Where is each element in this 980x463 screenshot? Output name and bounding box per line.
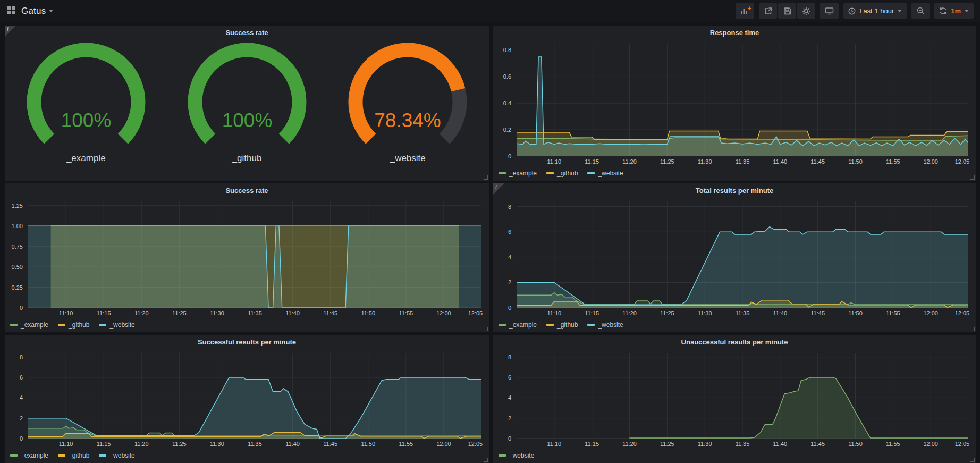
legend-label: _website bbox=[109, 321, 134, 329]
zoom-out-button[interactable] bbox=[911, 3, 930, 19]
y-tick-label: 0.2 bbox=[503, 127, 511, 133]
refresh-icon bbox=[939, 7, 947, 15]
x-axis-labels: 11:1011:1511:2011:2511:3011:3511:4011:45… bbox=[517, 441, 968, 448]
settings-button[interactable] bbox=[797, 3, 815, 19]
gauge-_github: 100%_github bbox=[167, 39, 327, 164]
x-tick-label: 11:15 bbox=[585, 441, 599, 447]
legend-color-dash bbox=[499, 172, 506, 174]
unsuccessful-results-chart: 0246811:1011:1511:2011:2511:3011:3511:40… bbox=[497, 349, 971, 461]
legend-item-_website[interactable]: _website bbox=[587, 321, 623, 329]
y-tick-label: 0 bbox=[508, 435, 511, 442]
y-tick-label: 0.6 bbox=[503, 73, 511, 80]
x-tick-label: 11:10 bbox=[547, 441, 561, 447]
legend-item-_website[interactable]: _website bbox=[499, 452, 534, 459]
zoom-out-icon bbox=[917, 7, 925, 15]
x-tick-label: 12:00 bbox=[923, 158, 938, 165]
refresh-button[interactable]: 1m bbox=[934, 3, 974, 19]
legend-label: _example bbox=[21, 452, 48, 459]
legend-color-dash bbox=[58, 324, 65, 326]
legend-label: _example bbox=[509, 321, 537, 329]
plot-area[interactable] bbox=[517, 201, 968, 308]
legend-color-dash bbox=[546, 172, 554, 174]
legend-item-_github[interactable]: _github bbox=[546, 170, 578, 177]
legend-label: _website bbox=[109, 452, 134, 459]
series-fill-_website bbox=[28, 226, 481, 308]
x-tick-label: 11:15 bbox=[585, 310, 599, 316]
y-tick-label: 0.50 bbox=[12, 264, 23, 270]
plot-area[interactable] bbox=[28, 201, 481, 308]
save-button[interactable] bbox=[778, 3, 796, 19]
x-tick-label: 11:50 bbox=[361, 441, 375, 447]
y-tick-label: 0.8 bbox=[503, 47, 511, 53]
add-panel-button[interactable]: + bbox=[736, 3, 754, 19]
y-tick-label: 2 bbox=[508, 415, 511, 422]
x-tick-label: 11:25 bbox=[172, 310, 187, 316]
panel-title[interactable]: Response time bbox=[493, 26, 976, 39]
plot-area[interactable] bbox=[517, 44, 968, 156]
plot-area[interactable] bbox=[517, 353, 968, 439]
x-tick-label: 11:30 bbox=[210, 310, 224, 316]
legend-item-_example[interactable]: _example bbox=[499, 321, 537, 329]
y-tick-label: 8 bbox=[20, 354, 23, 360]
legend-item-_example[interactable]: _example bbox=[10, 321, 48, 329]
panel-successful-results: Successful results per minute 0246811:10… bbox=[5, 335, 489, 463]
panel-title[interactable]: Success rate bbox=[5, 183, 489, 197]
legend-label: _website bbox=[598, 321, 623, 329]
y-tick-label: 0 bbox=[20, 305, 23, 311]
x-axis-labels: 11:1011:1511:2011:2511:3011:3511:4011:45… bbox=[28, 441, 481, 448]
legend-label: _github bbox=[69, 321, 89, 329]
x-tick-label: 11:35 bbox=[736, 310, 750, 316]
x-tick-label: 11:25 bbox=[172, 441, 187, 447]
legend-item-_github[interactable]: _github bbox=[58, 452, 89, 459]
gauge-value: 78.34% bbox=[375, 110, 442, 131]
x-tick-label: 11:45 bbox=[323, 310, 337, 316]
legend-item-_example[interactable]: _example bbox=[499, 170, 537, 177]
x-tick-label: 11:40 bbox=[773, 158, 787, 165]
x-tick-label: 11:55 bbox=[886, 158, 900, 165]
chart-legend: _website bbox=[499, 451, 534, 460]
y-tick-label: 2 bbox=[20, 415, 23, 422]
top-navbar: Gatus + Last 1 hour bbox=[0, 0, 980, 22]
x-tick-label: 11:30 bbox=[698, 310, 712, 316]
plot-area[interactable] bbox=[28, 353, 481, 439]
x-tick-label: 11:30 bbox=[698, 441, 712, 447]
x-tick-label: 12:00 bbox=[436, 310, 451, 316]
x-tick-label: 11:35 bbox=[248, 441, 262, 447]
legend-item-_website[interactable]: _website bbox=[99, 321, 134, 329]
legend-item-_github[interactable]: _github bbox=[58, 321, 89, 329]
legend-item-_example[interactable]: _example bbox=[10, 452, 48, 459]
tv-mode-button[interactable] bbox=[820, 3, 839, 19]
y-tick-label: 1.25 bbox=[12, 203, 23, 209]
y-tick-label: 0 bbox=[508, 305, 511, 311]
y-tick-label: 4 bbox=[508, 254, 511, 260]
y-tick-label: 0 bbox=[508, 153, 511, 159]
legend-item-_github[interactable]: _github bbox=[546, 321, 578, 329]
x-tick-label: 11:30 bbox=[698, 158, 712, 165]
success-rate-chart: 00.250.500.751.001.2511:1011:1511:2011:2… bbox=[9, 197, 485, 330]
x-tick-label: 11:10 bbox=[547, 310, 561, 316]
legend-label: _example bbox=[509, 170, 537, 177]
x-tick-label: 12:05 bbox=[955, 158, 970, 165]
x-axis-labels: 11:1011:1511:2011:2511:3011:3511:4011:45… bbox=[28, 310, 481, 317]
series-fill-_website bbox=[517, 227, 968, 308]
dashboard-title-dropdown[interactable]: Gatus bbox=[21, 6, 53, 16]
dashboards-grid-icon[interactable] bbox=[6, 5, 16, 17]
panel-title[interactable]: Successful results per minute bbox=[5, 335, 489, 349]
panel-title[interactable]: Success rate bbox=[5, 26, 489, 39]
x-tick-label: 11:50 bbox=[848, 310, 863, 316]
x-tick-label: 11:20 bbox=[134, 441, 149, 447]
y-tick-label: 0.75 bbox=[12, 243, 23, 250]
x-tick-label: 12:05 bbox=[955, 441, 970, 447]
legend-label: _github bbox=[557, 321, 578, 329]
x-tick-label: 11:40 bbox=[773, 310, 787, 316]
x-tick-label: 11:35 bbox=[736, 158, 750, 165]
y-axis-labels: 02468 bbox=[497, 201, 514, 308]
legend-item-_website[interactable]: _website bbox=[99, 452, 134, 459]
x-tick-label: 11:55 bbox=[886, 310, 900, 316]
panel-title[interactable]: Total results per minute bbox=[493, 183, 976, 197]
time-range-button[interactable]: Last 1 hour bbox=[843, 3, 907, 19]
response-time-chart: 00.20.40.60.811:1011:1511:2011:2511:3011… bbox=[497, 39, 971, 179]
share-button[interactable] bbox=[759, 3, 777, 19]
legend-item-_website[interactable]: _website bbox=[587, 170, 623, 177]
panel-title[interactable]: Unsuccessful results per minute bbox=[493, 335, 976, 349]
